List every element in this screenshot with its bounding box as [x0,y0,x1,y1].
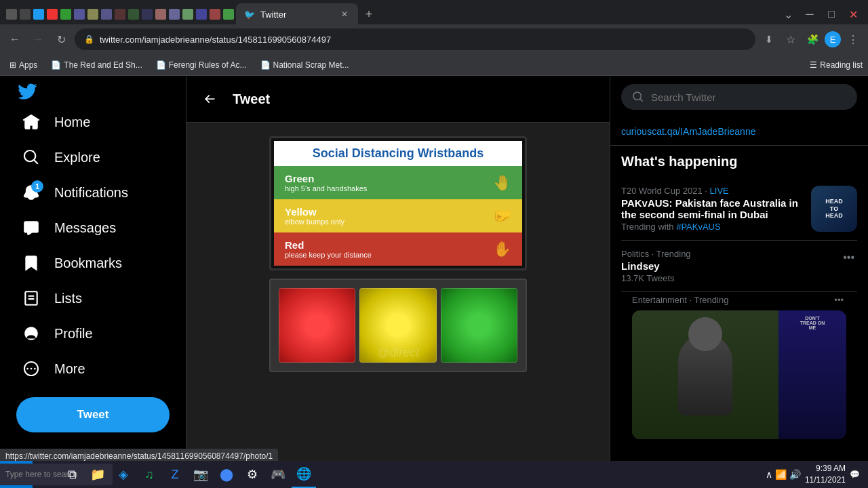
sidebar-item-lists[interactable]: Lists [11,281,175,316]
browser-chrome: 🐦 Twitter ✕ + ⌄ ─ □ ✕ ← → ↻ 🔒 twitter.co… [0,0,868,76]
taskbar-search-button[interactable]: 🔍 Type here to search [33,461,57,488]
tab-favicon[interactable] [115,9,125,20]
bookmark-label: Ferengi Rules of Ac... [169,60,247,70]
yellow-icon: 🤛 [493,207,511,225]
taskbar-spotify[interactable]: ♫ [137,461,161,488]
maximize-button[interactable]: □ [822,5,841,24]
more-options-button-lindsey[interactable]: ••• [840,249,857,266]
sidebar-item-messages[interactable]: Messages [11,210,175,245]
bookmark-favicon: 📄 [51,60,61,70]
tray-arrow[interactable]: ∧ [766,469,772,480]
tab-favicon[interactable] [196,9,207,20]
reading-list-icon: ☰ [810,60,817,70]
back-button[interactable]: ← [5,30,24,49]
red-band: Red please keep your distance ✋ [274,232,522,266]
taskbar-browser-active[interactable]: 🌐 [292,461,316,488]
bookmark-star-button[interactable]: ☆ [781,30,800,49]
system-tray: ∧ 📶 🔊 9:39 AM 11/11/2021 💬 [757,463,868,486]
tweet-compose-button[interactable]: Tweet [16,397,170,432]
profile-button[interactable]: E [825,31,841,47]
more-options-button-entertainment[interactable]: ••• [831,292,846,308]
reading-list-button[interactable]: ☰ Reading list [810,60,863,70]
sidebar-item-more[interactable]: More [11,351,175,386]
taskbar-file-explorer[interactable]: 📁 [85,461,110,488]
explore-icon [22,148,41,167]
sidebar-item-lists-label: Lists [54,291,82,306]
sidebar-item-explore-label: Explore [54,150,100,165]
green-band: Green high 5's and handshakes 🤚 [274,166,522,199]
right-sidebar: curiouscat.qa/IAmJadeBrieanne What's hap… [610,76,868,488]
tweet-title: Tweet [233,92,270,107]
sidebar-item-explore[interactable]: Explore [11,140,175,175]
downloads-button[interactable]: ⬇ [760,30,778,49]
time-display[interactable]: 9:39 AM 11/11/2021 [805,463,846,486]
lock-icon: 🔒 [84,35,94,44]
tab-favicon[interactable] [223,9,234,20]
trending-item-lindsey[interactable]: Politics · Trending Lindsey 13.7K Tweets… [621,241,857,292]
yellow-band-text: Yellow elbow bumps only [285,206,344,226]
bookmark-apps[interactable]: ⊞ Apps [5,59,41,71]
address-bar[interactable]: 🔒 twitter.com/iamjadebrieanne/status/145… [75,28,755,50]
bookmark-ferengi[interactable]: 📄 Ferengi Rules of Ac... [152,59,251,71]
search-input[interactable] [651,92,846,103]
sidebar-item-profile[interactable]: Profile [11,316,175,351]
extensions-button[interactable]: 🧩 [803,30,822,49]
trending-item-t20[interactable]: T20 World Cup 2021 · LIVE PAKvAUS: Pakis… [621,178,857,241]
video-preview[interactable]: DON'TTREAD ONME [632,310,846,439]
tab-favicon[interactable] [210,9,220,20]
apps-icon: ⊞ [9,60,16,70]
bookmark-scrap[interactable]: 📄 National Scrap Met... [256,59,353,71]
tweet-area: Tweet Social Distancing Wristbands Green… [186,76,610,488]
sidebar-item-bookmarks[interactable]: Bookmarks [11,245,175,281]
tab-close-button[interactable]: ✕ [339,9,350,20]
tab-favicon[interactable] [182,9,193,20]
taskbar-settings[interactable]: ⚙ [240,461,264,488]
tab-favicon[interactable] [169,9,180,20]
video-thumbnail-left [632,310,778,439]
green-icon: 🤚 [493,174,511,192]
tweet-photo: Social Distancing Wristbands Green high … [186,123,610,475]
bookmark-red-ed[interactable]: 📄 The Red and Ed Sh... [47,59,146,71]
yellow-band: Yellow elbow bumps only 🤛 [274,199,522,232]
trending-title-t20: PAKvAUS: Pakistan face Australia in the … [621,197,811,220]
reload-button[interactable]: ↻ [52,30,71,49]
tab-favicon[interactable] [87,9,98,20]
active-tab[interactable]: 🐦 Twitter ✕ [236,3,358,24]
taskbar-app-9[interactable]: 🎮 [266,461,290,488]
tab-favicon[interactable] [74,9,85,20]
tab-favicon[interactable] [47,9,58,20]
tab-favicon[interactable] [20,9,31,20]
forward-button[interactable]: → [28,30,47,49]
tab-favicon[interactable] [60,9,71,20]
tab-favicon[interactable] [6,9,17,20]
tab-list-button[interactable]: ⌄ [778,5,797,24]
search-input-wrapper[interactable] [621,84,857,110]
close-window-button[interactable]: ✕ [844,5,863,24]
tab-favicon[interactable] [101,9,112,20]
bookmark-favicon: 📄 [260,60,271,70]
new-tab-button[interactable]: + [359,5,378,24]
taskbar-edge[interactable]: ◈ [111,461,136,488]
tray-network[interactable]: 📶 [775,469,787,480]
tab-favicon[interactable] [155,9,166,20]
sidebar-item-notifications[interactable]: 1 Notifications [11,175,175,210]
tab-favicon[interactable] [33,9,44,20]
tab-favicon[interactable] [128,9,139,20]
sign-inner: Social Distancing Wristbands Green high … [274,141,522,266]
tab-favicon[interactable] [142,9,153,20]
tweet-image-container[interactable]: Social Distancing Wristbands Green high … [186,123,610,475]
trending-hashtag-t20: #PAKvAUS [676,222,721,232]
taskbar-zoom[interactable]: Z [163,461,187,488]
twitter-logo[interactable] [11,81,43,102]
notification-center-icon[interactable]: 💬 [850,470,860,479]
tray-volume[interactable]: 🔊 [789,469,801,480]
taskbar-chrome[interactable]: ⬤ [214,461,239,488]
curiouscat-link[interactable]: curiouscat.qa/IAmJadeBrieanne [610,118,868,146]
back-arrow-button[interactable] [197,87,222,111]
menu-button[interactable]: ⋮ [844,30,863,49]
taskbar-task-view[interactable]: ⧉ [60,461,84,488]
minimize-button[interactable]: ─ [800,5,819,24]
sidebar-item-home[interactable]: Home [11,104,175,140]
head-to-head-graphic: HEADTOHEAD [811,186,857,232]
taskbar-camera[interactable]: 📷 [189,461,213,488]
